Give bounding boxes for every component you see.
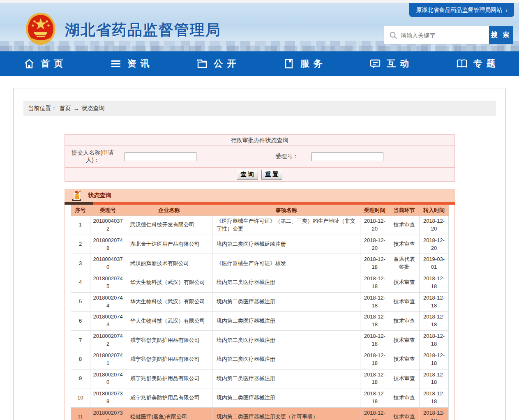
nav-item-news[interactable]: 资讯 xyxy=(110,58,150,70)
table-row[interactable]: 920180020740咸宁兆舒美防护用品有限公司境内第二类医疗器械注册2018… xyxy=(71,369,448,388)
nav-item-service[interactable]: 服务 xyxy=(283,58,323,70)
reset-button[interactable]: 重 置 xyxy=(261,170,283,180)
nav-item-special[interactable]: 专题 xyxy=(456,58,496,70)
nav-item-public[interactable]: 公开 xyxy=(196,58,236,70)
table-row[interactable]: 520180020744华大生物科技（武汉）有限公司境内第二类医疗器械注册201… xyxy=(71,292,448,312)
cell-stage: 技术审查 xyxy=(389,369,420,388)
cell-item: 境内第二类医疗器械注册 xyxy=(212,350,360,369)
cell-transfer-date: 2018-12-20 xyxy=(420,216,448,235)
cell-acceptance-no: 20180020742 xyxy=(90,331,126,350)
column-header-no: 序号 xyxy=(71,205,90,216)
cell-accept-date: 2018-12-18 xyxy=(360,331,389,350)
table-row[interactable]: 420180020745华大生物科技（武汉）有限公司境内第二类医疗器械注册201… xyxy=(71,273,448,293)
cell-company: 华大生物科技（武汉）有限公司 xyxy=(126,292,212,312)
query-button[interactable]: 查 询 xyxy=(237,170,258,180)
query-form-title: 行政审批办件状态查询 xyxy=(65,135,454,146)
nav-item-label: 专题 xyxy=(473,58,500,70)
cell-transfer-date: 2018-12-18 xyxy=(420,350,448,369)
cell-item: 境内第二类医疗器械注册 xyxy=(212,292,360,312)
table-row[interactable]: 820180020741咸宁兆舒美防护用品有限公司境内第二类医疗器械注册2018… xyxy=(71,350,448,369)
cell-accept-date: 2018-12-18 xyxy=(360,407,389,420)
applicant-input[interactable] xyxy=(125,152,196,161)
cell-accept-date: 2018-12-18 xyxy=(360,292,389,312)
search-icon xyxy=(389,31,397,39)
cell-stage: 技术审查 xyxy=(389,235,420,254)
cell-stage: 首席代表签批 xyxy=(389,254,420,273)
breadcrumb-current: 状态查询 xyxy=(82,105,105,112)
nav-item-interact[interactable]: 互动 xyxy=(369,58,409,70)
nav-item-label: 公开 xyxy=(214,58,240,70)
cell-stage: 技术审查 xyxy=(389,273,420,293)
status-section-title: 状态查询 xyxy=(88,192,111,199)
cell-no: 2 xyxy=(71,235,90,254)
cell-company: 稳健医疗(嘉鱼)有限公司 xyxy=(126,407,212,420)
table-row[interactable]: 620180020743华大生物科技（武汉）有限公司境内第二类医疗器械注册201… xyxy=(71,312,448,331)
search-input[interactable] xyxy=(401,26,489,44)
home-icon xyxy=(23,58,35,69)
nav-item-home[interactable]: 首页 xyxy=(23,58,63,70)
cell-no: 6 xyxy=(71,312,90,331)
cell-no: 5 xyxy=(71,292,90,312)
breadcrumb-prefix: 当前位置： xyxy=(28,105,57,112)
table-row[interactable]: 720180020742咸宁兆舒美防护用品有限公司境内第二类医疗器械注册2018… xyxy=(71,331,448,350)
cell-item: 境内第二类医疗器械注册 xyxy=(212,273,360,293)
cell-item: 《医疗器械生产许可证》核发 xyxy=(212,254,360,273)
breadcrumb-home-link[interactable]: 首页 xyxy=(60,105,71,112)
status-table-body: 120180040372武汉德仁科技开发有限公司《医疗器械生产许可证》（第二、三… xyxy=(71,216,448,420)
cell-stage: 技术审查 xyxy=(389,388,420,408)
cell-accept-date: 2018-12-18 xyxy=(360,388,389,408)
cell-stage: 技术审查 xyxy=(389,350,420,369)
cell-stage: 技术审查 xyxy=(389,216,420,235)
cell-transfer-date: 2018-12-18 xyxy=(420,273,448,293)
service-icon xyxy=(283,58,295,69)
cell-transfer-date: 2018-12-18 xyxy=(420,388,448,408)
column-header-stage: 当前环节 xyxy=(389,205,420,216)
status-query-form: 行政审批办件状态查询 提交人名称(申请人)： 受理号： 查 询 重 置 xyxy=(65,134,455,182)
cell-acceptance-no: 20180020741 xyxy=(90,350,126,369)
cell-no: 4 xyxy=(71,273,90,293)
cell-item: 境内第二类医疗器械注册 xyxy=(212,388,360,408)
cell-accept-date: 2018-12-18 xyxy=(360,350,389,369)
cell-stage: 技术审查 xyxy=(389,331,420,350)
cell-no: 11 xyxy=(71,407,90,420)
old-site-link-label: 原湖北省食品药品监督管理局网站 xyxy=(416,7,502,14)
cell-no: 7 xyxy=(71,331,90,350)
cell-item: 境内第二类医疗器械注册 xyxy=(212,331,360,350)
table-row[interactable]: 120180040372武汉德仁科技开发有限公司《医疗器械生产许可证》（第二、三… xyxy=(71,216,448,235)
nav-item-label: 服务 xyxy=(300,58,327,70)
table-row[interactable]: 220180020748湖北金士达医用产品有限公司境内第二类医疗器械延续注册20… xyxy=(71,235,448,254)
cell-acceptance-no: 20180020743 xyxy=(90,312,126,331)
cell-item: 境内第二类医疗器械延续注册 xyxy=(212,235,360,254)
status-table-container: 序号 受理号 企业名称 事项名称 受理时间 当前环节 转入时间 12018004… xyxy=(65,205,455,420)
table-row[interactable]: 320180040370武汉丽辉新技术有限公司《医疗器械生产许可证》核发2018… xyxy=(71,254,448,273)
cocktail-icon xyxy=(71,189,83,202)
old-site-link[interactable]: 原湖北省食品药品监督管理局网站 › xyxy=(409,3,514,17)
site-brand[interactable]: 湖北省药品监督管理局 xyxy=(25,12,221,48)
cell-company: 咸宁兆舒美防护用品有限公司 xyxy=(126,331,212,350)
query-form-fields: 提交人名称(申请人)： 受理号： xyxy=(65,146,454,167)
column-header-company: 企业名称 xyxy=(126,205,212,216)
news-icon xyxy=(110,58,122,69)
search-bar: 搜 索 xyxy=(384,26,513,44)
search-button[interactable]: 搜 索 xyxy=(489,26,513,44)
nav-item-label: 互动 xyxy=(387,58,413,70)
cell-accept-date: 2018-12-18 xyxy=(360,254,389,273)
chat-icon xyxy=(369,58,381,69)
cell-acceptance-no: 20180020738 xyxy=(90,407,126,420)
cell-transfer-date: 2018-12-18 xyxy=(420,407,448,420)
cell-no: 8 xyxy=(71,350,90,369)
cell-item: 境内第二类医疗器械注册 xyxy=(212,312,360,331)
table-row[interactable]: 1120180020738稳健医疗(嘉鱼)有限公司境内第二类医疗器械注册变更（许… xyxy=(71,407,448,420)
table-row[interactable]: 1020180020739咸宁兆舒美防护用品有限公司境内第二类医疗器械注册201… xyxy=(71,388,448,408)
acceptance-no-input[interactable] xyxy=(311,152,383,161)
cell-transfer-date: 2018-12-18 xyxy=(420,369,448,388)
breadcrumb-separator: → xyxy=(74,105,79,112)
cell-acceptance-no: 20180020744 xyxy=(90,292,126,312)
cell-stage: 技术审查 xyxy=(389,292,420,312)
cell-transfer-date: 2018-12-18 xyxy=(420,331,448,350)
cell-accept-date: 2018-12-18 xyxy=(360,369,389,388)
cell-company: 咸宁兆舒美防护用品有限公司 xyxy=(126,388,212,408)
status-section-header: 状态查询 xyxy=(65,189,455,202)
cell-acceptance-no: 20180020739 xyxy=(90,388,126,408)
cell-transfer-date: 2018-12-20 xyxy=(420,235,448,254)
